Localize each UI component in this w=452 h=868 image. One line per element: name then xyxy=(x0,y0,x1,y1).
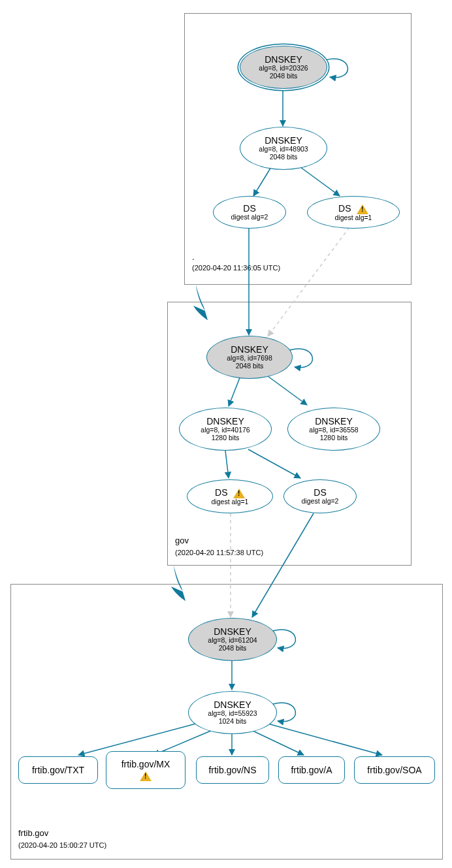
ds-gov-alg1: DS digest alg=1 xyxy=(187,479,273,513)
node-sub2: 2048 bits xyxy=(270,72,298,80)
zone-gov-label: gov xyxy=(175,536,189,545)
node-title: DS xyxy=(243,204,255,214)
rr-ns: frtib.gov/NS xyxy=(196,756,269,784)
zone-gov-timestamp: (2020-04-20 11:57:38 UTC) xyxy=(175,549,263,556)
node-title: DNSKEY xyxy=(265,136,302,146)
rr-label: frtib.gov/A xyxy=(291,765,332,776)
dnskey-frtib-zsk: DNSKEY alg=8, id=55923 1024 bits xyxy=(188,691,277,734)
node-sub1: alg=8, id=20326 xyxy=(259,65,308,72)
node-sub1: digest alg=2 xyxy=(231,214,268,221)
node-title: DS xyxy=(338,203,351,214)
node-title: DS xyxy=(314,488,326,498)
node-title: DNSKEY xyxy=(315,417,353,426)
warning-icon xyxy=(233,489,245,498)
rr-mx: frtib.gov/MX xyxy=(106,751,186,789)
node-sub1: digest alg=1 xyxy=(212,498,249,506)
node-title: DNSKEY xyxy=(231,345,268,355)
node-sub2: 1024 bits xyxy=(219,718,247,726)
node-title: DNSKEY xyxy=(214,627,251,637)
rr-label: frtib.gov/NS xyxy=(208,765,256,776)
node-sub1: digest alg=1 xyxy=(335,214,372,222)
node-sub2: 2048 bits xyxy=(236,362,264,370)
node-sub1: alg=8, id=40176 xyxy=(201,426,250,434)
rr-label: frtib.gov/TXT xyxy=(32,765,84,776)
node-sub2: 1280 bits xyxy=(320,434,348,442)
rr-label: frtib.gov/MX xyxy=(121,759,170,770)
node-title: DNSKEY xyxy=(214,700,251,710)
rr-soa: frtib.gov/SOA xyxy=(354,756,435,784)
node-sub2: 1280 bits xyxy=(212,434,240,442)
node-sub2: 2048 bits xyxy=(270,153,298,161)
zone-root-timestamp: (2020-04-20 11:36:05 UTC) xyxy=(192,264,280,272)
warning-icon xyxy=(140,771,152,781)
node-title: DNSKEY xyxy=(206,417,244,426)
zone-root-label: . xyxy=(192,252,195,262)
rr-a: frtib.gov/A xyxy=(278,756,345,784)
node-sub1: alg=8, id=7698 xyxy=(227,355,272,362)
node-sub1: alg=8, id=55923 xyxy=(208,710,257,718)
zone-frtib-timestamp: (2020-04-20 15:00:27 UTC) xyxy=(18,841,106,849)
node-sub2: 2048 bits xyxy=(219,645,247,652)
dnskey-root-ksk: DNSKEY alg=8, id=20326 2048 bits xyxy=(240,46,327,89)
node-sub1: alg=8, id=36558 xyxy=(309,426,358,434)
rr-txt: frtib.gov/TXT xyxy=(18,756,98,784)
dnskey-gov-zsk2: DNSKEY alg=8, id=36558 1280 bits xyxy=(287,408,380,451)
ds-root-alg1: DS digest alg=1 xyxy=(307,196,400,229)
dnskey-root-zsk: DNSKEY alg=8, id=48903 2048 bits xyxy=(240,127,327,170)
dnskey-frtib-ksk: DNSKEY alg=8, id=61204 2048 bits xyxy=(188,618,277,661)
node-sub1: alg=8, id=61204 xyxy=(208,637,257,645)
rr-label: frtib.gov/SOA xyxy=(367,765,421,776)
zone-frtib-label: frtib.gov xyxy=(18,828,48,838)
ds-gov-alg2: DS digest alg=2 xyxy=(283,479,357,513)
dnskey-gov-zsk1: DNSKEY alg=8, id=40176 1280 bits xyxy=(179,408,272,451)
node-sub1: alg=8, id=48903 xyxy=(259,146,308,153)
node-title: DS xyxy=(215,487,227,498)
node-sub1: digest alg=2 xyxy=(302,498,339,506)
warning-icon xyxy=(357,204,368,214)
ds-root-alg2: DS digest alg=2 xyxy=(213,196,286,229)
dnskey-gov-ksk: DNSKEY alg=8, id=7698 2048 bits xyxy=(206,336,293,379)
node-title: DNSKEY xyxy=(265,55,302,65)
